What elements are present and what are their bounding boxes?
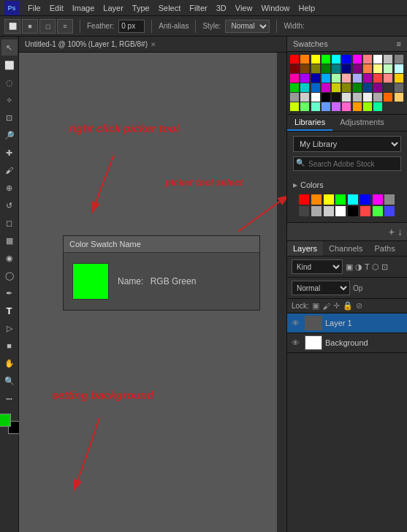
move-tool[interactable]: ↖: [1, 39, 18, 56]
menu-layer[interactable]: Layer: [103, 4, 123, 12]
colors-swatch-cell[interactable]: [360, 206, 370, 216]
swatch-color-cell[interactable]: [311, 93, 320, 102]
swatch-color-cell[interactable]: [322, 55, 330, 64]
swatch-color-cell[interactable]: [332, 74, 341, 83]
swatch-color-cell[interactable]: [363, 102, 372, 111]
colors-swatch-cell[interactable]: [335, 194, 346, 205]
swatch-color-cell[interactable]: [332, 102, 341, 111]
swatch-color-cell[interactable]: [311, 83, 320, 92]
swatch-color-cell[interactable]: [300, 93, 309, 102]
row-marquee-btn[interactable]: ≡: [57, 19, 73, 34]
pen-tool[interactable]: ✒: [1, 285, 18, 301]
colors-expand-row[interactable]: ▶ Colors: [293, 178, 401, 191]
swatch-color-cell[interactable]: [384, 74, 392, 83]
swatch-color-cell[interactable]: [290, 83, 299, 92]
swatch-color-cell[interactable]: [342, 93, 351, 102]
crop-tool[interactable]: ⊡: [1, 110, 18, 126]
lock-art-btn[interactable]: ⊘: [356, 301, 362, 311]
add-layer-btn[interactable]: +: [389, 226, 395, 238]
swatch-color-cell[interactable]: [332, 55, 341, 64]
swatch-color-cell[interactable]: [322, 83, 330, 92]
swatch-color-cell[interactable]: [395, 55, 403, 64]
canvas-tab-item[interactable]: Untitled-1 @ 100% (Layer 1, RGB/8#) ✕: [25, 40, 156, 48]
tab-layers[interactable]: Layers: [287, 241, 323, 256]
download-btn[interactable]: ↓: [398, 226, 403, 238]
swatch-color-cell[interactable]: [363, 93, 372, 102]
swatch-color-cell[interactable]: [332, 93, 341, 102]
colors-swatch-cell[interactable]: [348, 206, 358, 216]
swatch-color-cell[interactable]: [322, 64, 330, 73]
clone-tool[interactable]: ⊕: [1, 180, 18, 196]
swatch-color-cell[interactable]: [353, 55, 362, 64]
layer-item[interactable]: 👁 Layer 1: [287, 314, 407, 333]
swatch-color-cell[interactable]: [342, 55, 351, 64]
colors-swatch-cell[interactable]: [373, 194, 383, 205]
swatch-color-cell[interactable]: [332, 64, 341, 73]
swatch-color-cell[interactable]: [311, 64, 320, 73]
tab-paths[interactable]: Paths: [369, 241, 401, 256]
swatch-color-cell[interactable]: [363, 83, 372, 92]
swatch-color-cell[interactable]: [395, 83, 403, 92]
square-marquee-btn[interactable]: ■: [22, 19, 38, 34]
zoom-tool[interactable]: 🔍: [1, 373, 18, 389]
menu-select[interactable]: Select: [159, 4, 181, 12]
swatch-color-cell[interactable]: [353, 83, 362, 92]
menu-file[interactable]: File: [28, 4, 41, 12]
swatch-color-cell[interactable]: [363, 64, 372, 73]
swatch-color-cell[interactable]: [290, 74, 299, 83]
swatch-color-cell[interactable]: [322, 102, 330, 111]
healing-tool[interactable]: ✚: [1, 145, 18, 161]
colors-swatch-cell[interactable]: [324, 206, 334, 216]
swatch-color-cell[interactable]: [373, 83, 382, 92]
blend-mode-select[interactable]: Normal: [292, 281, 350, 295]
lasso-tool[interactable]: ◌: [1, 75, 18, 91]
colors-swatch-cell[interactable]: [299, 206, 309, 216]
eyedropper-tool[interactable]: 🔎: [1, 127, 18, 143]
swatch-color-cell[interactable]: [342, 102, 351, 111]
swatch-color-cell[interactable]: [290, 102, 299, 111]
swatch-color-cell[interactable]: [373, 64, 382, 73]
swatch-color-cell[interactable]: [311, 102, 320, 111]
swatch-color-cell[interactable]: [363, 74, 372, 83]
feather-input[interactable]: [118, 20, 145, 33]
swatch-color-cell[interactable]: [395, 93, 403, 102]
lock-image-btn[interactable]: 🖌: [322, 302, 330, 311]
swatch-color-cell[interactable]: [384, 55, 392, 64]
kind-select[interactable]: Kind: [292, 259, 343, 274]
swatch-color-cell[interactable]: [300, 102, 309, 111]
menu-help[interactable]: Help: [299, 4, 316, 12]
swatch-color-cell[interactable]: [290, 55, 299, 64]
gradient-tool[interactable]: ▦: [1, 232, 18, 248]
swatch-color-cell[interactable]: [353, 64, 362, 73]
menu-filter[interactable]: Filter: [189, 4, 207, 12]
menu-window[interactable]: Window: [261, 4, 289, 12]
lock-transparent-btn[interactable]: ▣: [312, 301, 319, 311]
swatch-color-cell[interactable]: [395, 74, 403, 83]
shape-tool[interactable]: ■: [1, 338, 18, 354]
blur-tool[interactable]: ◉: [1, 250, 18, 266]
hand-tool[interactable]: ✋: [1, 355, 18, 371]
swatch-color-cell[interactable]: [373, 74, 382, 83]
swatch-color-cell[interactable]: [353, 102, 362, 111]
brush-tool[interactable]: 🖌: [1, 162, 18, 178]
path-select[interactable]: ▷: [1, 320, 18, 336]
swatch-color-cell[interactable]: [384, 83, 392, 92]
swatch-color-cell[interactable]: [342, 74, 351, 83]
marquee-tool[interactable]: ⬜: [1, 57, 18, 73]
history-brush[interactable]: ↺: [1, 197, 18, 213]
colors-swatch-cell[interactable]: [324, 194, 334, 205]
swatch-color-cell[interactable]: [290, 64, 299, 73]
colors-swatch-cell[interactable]: [360, 194, 370, 205]
colors-swatch-cell[interactable]: [384, 206, 395, 216]
swatch-color-cell[interactable]: [300, 74, 309, 83]
filter-adj-btn[interactable]: ◑: [355, 262, 362, 272]
search-input[interactable]: [293, 156, 401, 171]
menu-edit[interactable]: Edit: [50, 4, 64, 12]
filter-smart-btn[interactable]: ⊡: [381, 262, 388, 272]
colors-swatch-cell[interactable]: [299, 194, 309, 205]
swatch-color-cell[interactable]: [300, 55, 309, 64]
canvas-tab-close[interactable]: ✕: [151, 41, 156, 48]
swatch-color-cell[interactable]: [373, 93, 382, 102]
swatches-menu-icon[interactable]: ≡: [397, 39, 401, 48]
layer-visibility-icon[interactable]: 👁: [292, 338, 302, 347]
